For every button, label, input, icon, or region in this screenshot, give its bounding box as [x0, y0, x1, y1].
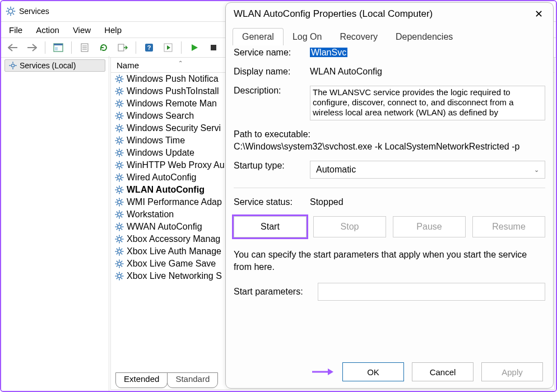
help-button[interactable]: ? — [142, 40, 156, 55]
svg-line-86 — [121, 155, 122, 156]
svg-line-8 — [13, 8, 14, 9]
menu-file[interactable]: File — [9, 25, 22, 35]
service-name: Windows PushToInstall — [127, 86, 219, 96]
close-button[interactable]: ✕ — [532, 7, 545, 21]
svg-point-0 — [8, 9, 13, 13]
svg-line-41 — [121, 93, 122, 94]
svg-line-52 — [121, 101, 122, 102]
tree-root-services-local[interactable]: Services (Local) — [4, 59, 105, 72]
svg-line-34 — [121, 76, 122, 77]
svg-line-49 — [117, 101, 118, 102]
stop-service-button[interactable] — [206, 40, 221, 55]
start-button[interactable]: Start — [234, 216, 307, 237]
menu-action[interactable]: Action — [36, 25, 59, 35]
label-startup-type: Startup type: — [234, 161, 310, 171]
svg-line-167 — [121, 265, 122, 267]
start-params-note: You can specify the start parameters tha… — [234, 249, 545, 273]
svg-line-31 — [117, 76, 118, 77]
svg-line-96 — [117, 167, 118, 168]
service-name: WWAN AutoConfig — [127, 222, 202, 232]
cancel-button[interactable]: Cancel — [412, 362, 474, 381]
label-start-parameters: Start parameters: — [234, 287, 318, 297]
svg-line-133 — [121, 212, 122, 213]
refresh-button[interactable] — [96, 40, 111, 55]
label-service-name: Service name: — [234, 48, 310, 58]
svg-line-158 — [121, 253, 122, 254]
svg-rect-20 — [211, 45, 216, 50]
forward-button[interactable] — [25, 40, 39, 55]
service-name: Windows Update — [127, 148, 194, 158]
svg-point-44 — [118, 102, 121, 105]
menu-view[interactable]: View — [73, 25, 91, 35]
svg-line-70 — [121, 125, 122, 127]
svg-line-88 — [121, 150, 122, 151]
sort-indicator-icon: ⌃ — [178, 60, 183, 66]
ok-button[interactable]: OK — [342, 362, 404, 381]
svg-line-79 — [121, 138, 122, 139]
service-name: Windows Time — [127, 136, 185, 146]
svg-point-35 — [118, 90, 121, 93]
toolbar-separator — [181, 41, 182, 54]
svg-line-160 — [121, 249, 122, 250]
svg-point-21 — [11, 64, 14, 67]
run-button[interactable] — [161, 40, 175, 55]
svg-point-62 — [118, 127, 121, 130]
chevron-down-icon: ⌄ — [534, 166, 539, 174]
highlight-arrow-icon — [312, 366, 335, 377]
export-button[interactable] — [115, 40, 130, 55]
label-display-name: Display name: — [234, 67, 310, 77]
tab-recovery[interactable]: Recovery — [331, 29, 387, 45]
service-name: WLAN AutoConfig — [127, 185, 205, 195]
toolbar-separator — [71, 41, 72, 54]
svg-point-80 — [118, 151, 121, 155]
service-name: Windows Security Servi — [127, 123, 221, 133]
dialog-footer: OK Cancel Apply — [312, 362, 543, 381]
service-name: Windows Push Notifica — [127, 74, 219, 84]
tab-logon[interactable]: Log On — [284, 29, 331, 45]
svg-line-115 — [121, 187, 122, 188]
svg-line-176 — [121, 278, 122, 279]
general-panel: Service name: WlanSvc Display name: WLAN… — [234, 48, 545, 353]
service-control-buttons: Start Stop Pause Resume — [234, 216, 545, 237]
service-name: Xbox Live Auth Manage — [127, 246, 221, 256]
svg-line-58 — [117, 113, 118, 114]
svg-point-161 — [118, 262, 121, 265]
svg-line-140 — [121, 228, 122, 230]
svg-line-142 — [121, 224, 122, 225]
app-frame: Services File Action View Help ? — [0, 0, 557, 392]
value-service-name[interactable]: WlanSvc — [310, 48, 347, 57]
start-parameters-input[interactable] — [318, 283, 545, 301]
show-hide-tree-button[interactable] — [51, 40, 66, 55]
tab-dependencies[interactable]: Dependencies — [387, 29, 462, 45]
properties-button[interactable] — [77, 40, 92, 55]
svg-line-112 — [117, 187, 118, 188]
startup-type-dropdown[interactable]: Automatic ⌄ — [310, 161, 545, 179]
tab-standard[interactable]: Standard — [167, 372, 218, 388]
description-box[interactable]: The WLANSVC service provides the logic r… — [310, 86, 545, 120]
svg-line-60 — [117, 118, 118, 119]
svg-line-40 — [117, 88, 118, 90]
svg-line-85 — [117, 150, 118, 151]
svg-line-139 — [117, 224, 118, 225]
svg-line-150 — [117, 241, 118, 242]
tab-general[interactable]: General — [233, 28, 284, 45]
value-service-status: Stopped — [310, 197, 545, 207]
dialog-title: WLAN AutoConfig Properties (Local Comput… — [234, 8, 433, 20]
svg-point-125 — [118, 213, 121, 216]
view-tabs: Extended Standard — [115, 372, 217, 388]
svg-line-6 — [13, 13, 14, 15]
svg-line-5 — [7, 8, 8, 9]
svg-line-103 — [117, 175, 118, 176]
svg-point-134 — [118, 225, 121, 228]
resume-button: Resume — [472, 216, 545, 237]
tab-extended[interactable]: Extended — [115, 372, 168, 388]
svg-line-168 — [117, 265, 118, 267]
svg-line-122 — [121, 204, 122, 205]
back-button[interactable] — [6, 40, 20, 55]
menu-help[interactable]: Help — [104, 25, 122, 35]
svg-rect-10 — [54, 44, 63, 45]
svg-point-26 — [118, 77, 121, 81]
start-service-button[interactable] — [187, 40, 202, 55]
svg-line-131 — [121, 216, 122, 217]
svg-line-124 — [121, 199, 122, 200]
